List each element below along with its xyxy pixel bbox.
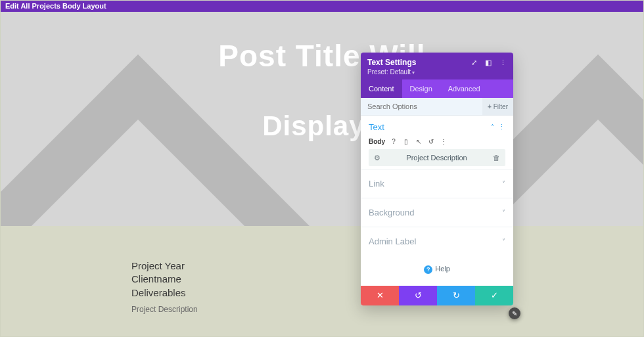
help-icon: ?	[424, 265, 432, 274]
filter-button[interactable]: Filter	[482, 98, 513, 115]
preset-selector[interactable]: Preset: Default	[367, 68, 507, 76]
confirm-button[interactable]: ✓	[475, 286, 513, 305]
tablet-icon[interactable]: ▯	[402, 137, 410, 145]
chevron-down-icon: ˅	[502, 180, 505, 187]
top-bar: Edit All Projects Body Layout	[0, 0, 644, 12]
dynamic-content-field[interactable]: ⚙ Project Description 🗑	[369, 149, 505, 166]
section-admin-title: Admin Label	[369, 236, 416, 246]
meta-deliverables: Deliverables	[131, 286, 198, 300]
hero-area: Post Title Will Display I	[0, 12, 644, 226]
meta-description: Project Description	[131, 305, 198, 314]
chevron-down-icon: ˅	[502, 209, 505, 216]
snap-icon[interactable]: ◧	[484, 58, 492, 66]
tab-advanced[interactable]: Advanced	[440, 79, 488, 98]
tab-content[interactable]: Content	[361, 79, 402, 98]
kebab-icon[interactable]: ⋮	[498, 123, 505, 131]
gear-icon[interactable]: ⚙	[374, 154, 380, 162]
hero-subtitle: Display I	[0, 110, 644, 142]
meta-client: Clientname	[131, 273, 198, 286]
help-row[interactable]: ?Help	[361, 256, 513, 286]
kebab-icon[interactable]: ⋮	[440, 137, 448, 145]
tab-design[interactable]: Design	[402, 79, 440, 98]
search-row: Filter	[361, 98, 513, 116]
section-background-title: Background	[369, 208, 414, 217]
chevron-up-icon[interactable]: ˄	[491, 124, 494, 131]
panel-tabs: Content Design Advanced	[361, 79, 513, 98]
top-bar-title: Edit All Projects Body Layout	[5, 2, 106, 10]
expand-icon[interactable]: ⤢	[470, 58, 478, 66]
help-icon[interactable]: ?	[390, 137, 398, 145]
body-option-row: Body ? ▯ ↖ ↺ ⋮	[369, 137, 505, 145]
undo-button[interactable]: ↺	[399, 286, 437, 305]
help-label: Help	[435, 265, 450, 273]
body-label: Body	[369, 138, 385, 145]
redo-button[interactable]: ↻	[437, 286, 475, 305]
panel-action-bar: ✕ ↺ ↻ ✓	[361, 286, 513, 305]
section-admin-label[interactable]: Admin Label ˅	[361, 227, 513, 256]
section-text: Text ˄ ⋮ Body ? ▯ ↖ ↺ ⋮ ⚙ Project Descri…	[361, 116, 513, 169]
field-value: Project Description	[380, 154, 493, 162]
kebab-icon[interactable]: ⋮	[499, 58, 507, 66]
hero-title: Post Title Will	[0, 38, 644, 74]
section-text-header[interactable]: Text ˄ ⋮	[369, 122, 505, 132]
project-meta: Project Year Clientname Deliverables Pro…	[131, 259, 198, 314]
section-text-title: Text	[369, 122, 384, 132]
hover-icon[interactable]: ↖	[415, 137, 423, 145]
section-background[interactable]: Background ˅	[361, 198, 513, 227]
settings-panel: Text Settings ⤢ ◧ ⋮ Preset: Default Cont…	[361, 53, 513, 305]
meta-year: Project Year	[131, 259, 198, 273]
chevron-down-icon: ˅	[502, 238, 505, 245]
section-link-title: Link	[369, 179, 384, 189]
panel-title: Text Settings	[367, 58, 416, 67]
cancel-button[interactable]: ✕	[361, 286, 399, 305]
settings-fab[interactable]: ✎	[509, 307, 520, 319]
trash-icon[interactable]: 🗑	[493, 154, 500, 162]
panel-header[interactable]: Text Settings ⤢ ◧ ⋮ Preset: Default	[361, 53, 513, 79]
reset-icon[interactable]: ↺	[427, 137, 435, 145]
section-link[interactable]: Link ˅	[361, 169, 513, 198]
search-input[interactable]	[361, 98, 482, 115]
